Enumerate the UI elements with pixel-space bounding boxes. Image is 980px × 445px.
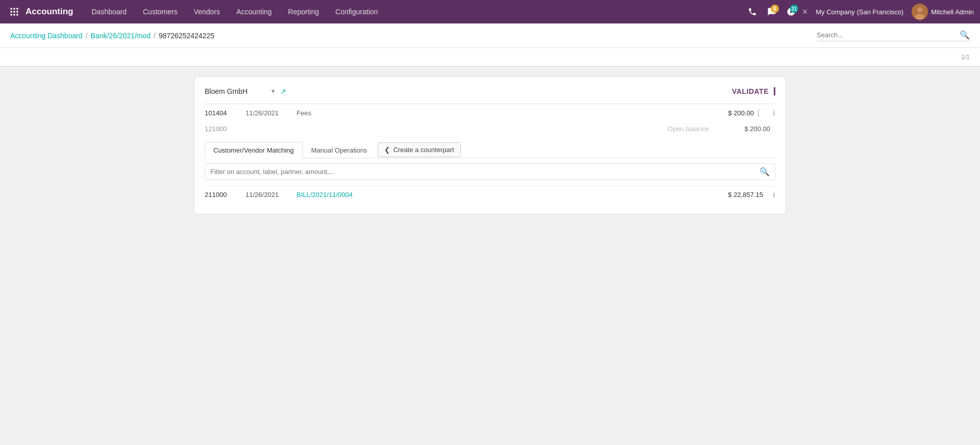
svg-point-11 bbox=[915, 14, 924, 20]
partner-dropdown-icon: ▼ bbox=[270, 88, 276, 95]
matching-date: 11/26/2021 bbox=[246, 191, 297, 199]
transaction-label: Fees bbox=[297, 109, 693, 117]
messages-badge: 8 bbox=[771, 5, 779, 13]
nav-item-reporting[interactable]: Reporting bbox=[280, 0, 327, 23]
svg-rect-4 bbox=[13, 11, 15, 12]
svg-rect-2 bbox=[16, 8, 18, 10]
nav-item-configuration[interactable]: Configuration bbox=[327, 0, 386, 23]
filter-search-icon[interactable]: 🔍 bbox=[760, 167, 770, 177]
validate-button[interactable]: VALIDATE bbox=[732, 87, 775, 95]
user-name: Mitchell Admin bbox=[931, 8, 974, 16]
transaction-row: 101404 11/26/2021 Fees $ 200.00 ℹ bbox=[205, 104, 775, 122]
search-icon[interactable]: 🔍 bbox=[960, 30, 970, 40]
partner-external-link-icon[interactable]: ↗ bbox=[280, 87, 286, 95]
apps-menu-button[interactable] bbox=[6, 4, 22, 20]
user-avatar[interactable] bbox=[912, 4, 928, 20]
filter-input[interactable] bbox=[210, 168, 755, 176]
phone-button[interactable] bbox=[744, 4, 761, 20]
tab-manual-operations[interactable]: Manual Operations bbox=[303, 142, 376, 158]
svg-rect-5 bbox=[16, 11, 18, 12]
transaction-amount: $ 200.00 bbox=[693, 109, 754, 117]
nav-item-accounting[interactable]: Accounting bbox=[228, 0, 280, 23]
card-header: Bloem GmbH ▼ ↗ VALIDATE bbox=[205, 87, 775, 95]
main-menu: Dashboard Customers Vendors Accounting R… bbox=[84, 0, 744, 23]
partner-select-wrap: Bloem GmbH ▼ ↗ bbox=[205, 87, 286, 95]
matching-row: 211000 11/26/2021 BILL/2021/11/0004 $ 22… bbox=[205, 185, 775, 204]
search-input[interactable] bbox=[817, 31, 955, 39]
main-content: Bloem GmbH ▼ ↗ VALIDATE 101404 11/26/202… bbox=[0, 66, 980, 445]
svg-rect-6 bbox=[11, 14, 12, 15]
open-balance-account: 121000 bbox=[205, 125, 246, 133]
open-balance-label: Open balance bbox=[668, 125, 709, 133]
tabs-bar: Customer/Vendor Matching Manual Operatio… bbox=[205, 142, 775, 158]
transaction-info-icon[interactable]: ℹ bbox=[763, 109, 775, 117]
nav-item-vendors[interactable]: Vendors bbox=[186, 0, 228, 23]
transaction-account: 101404 bbox=[205, 109, 246, 117]
app-brand: Accounting bbox=[26, 7, 74, 17]
partner-select[interactable]: Bloem GmbH bbox=[205, 87, 266, 95]
topbar-right: 8 31 × My Company (San Francisco) Mitche… bbox=[744, 4, 974, 20]
svg-rect-3 bbox=[11, 11, 12, 12]
matching-label[interactable]: BILL/2021/11/0004 bbox=[297, 191, 692, 199]
pagination-text: 1/1 bbox=[961, 54, 970, 61]
open-balance-amount: $ 200.00 bbox=[714, 125, 775, 133]
filter-bar: 🔍 bbox=[205, 163, 775, 180]
breadcrumb-sep-2: / bbox=[154, 32, 156, 40]
svg-point-10 bbox=[917, 7, 922, 12]
nav-item-customers[interactable]: Customers bbox=[135, 0, 186, 23]
svg-rect-8 bbox=[16, 14, 18, 15]
nav-item-dashboard[interactable]: Dashboard bbox=[84, 0, 135, 23]
breadcrumb-link-bank[interactable]: Bank/26/2021/mod bbox=[91, 32, 151, 40]
open-balance-row: 121000 Open balance $ 200.00 bbox=[205, 122, 775, 138]
top-navigation: Accounting Dashboard Customers Vendors A… bbox=[0, 0, 980, 23]
counterpart-label: Create a counterpart bbox=[393, 146, 454, 154]
tab-create-counterpart[interactable]: ❮ Create a counterpart bbox=[378, 142, 460, 157]
svg-rect-7 bbox=[13, 14, 15, 15]
transaction-date: 11/26/2021 bbox=[246, 109, 297, 117]
company-name: My Company (San Francisco) bbox=[816, 8, 903, 16]
activity-button[interactable]: 31 bbox=[783, 4, 799, 20]
activity-badge: 31 bbox=[790, 5, 798, 13]
tab-customer-vendor-matching[interactable]: Customer/Vendor Matching bbox=[205, 142, 303, 158]
matching-amount: $ 22,857.15 bbox=[692, 191, 763, 199]
toolbar-row: 1/1 bbox=[0, 48, 980, 66]
close-button[interactable]: × bbox=[802, 7, 808, 17]
search-bar: 🔍 bbox=[817, 30, 970, 41]
counterpart-chevron-icon: ❮ bbox=[384, 146, 390, 154]
matching-info-icon[interactable]: ℹ bbox=[763, 191, 775, 199]
breadcrumb-link-dashboard[interactable]: Accounting Dashboard bbox=[10, 32, 83, 40]
messages-button[interactable]: 8 bbox=[764, 4, 780, 20]
breadcrumb-current: 98726252424225 bbox=[159, 32, 214, 40]
breadcrumb-bar: Accounting Dashboard / Bank/26/2021/mod … bbox=[0, 23, 980, 48]
transaction-separator bbox=[758, 109, 759, 117]
svg-rect-0 bbox=[11, 8, 12, 10]
reconciliation-card: Bloem GmbH ▼ ↗ VALIDATE 101404 11/26/202… bbox=[194, 77, 786, 214]
svg-rect-1 bbox=[13, 8, 15, 10]
matching-account: 211000 bbox=[205, 191, 246, 199]
breadcrumb-sep-1: / bbox=[86, 32, 88, 40]
breadcrumb: Accounting Dashboard / Bank/26/2021/mod … bbox=[10, 32, 817, 40]
